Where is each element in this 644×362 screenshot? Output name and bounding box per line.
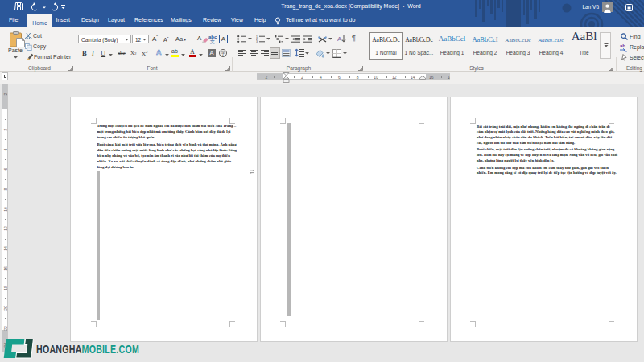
svg-text:A: A — [337, 35, 342, 43]
svg-text:ac: ac — [625, 49, 627, 53]
svg-text:3: 3 — [256, 40, 258, 43]
